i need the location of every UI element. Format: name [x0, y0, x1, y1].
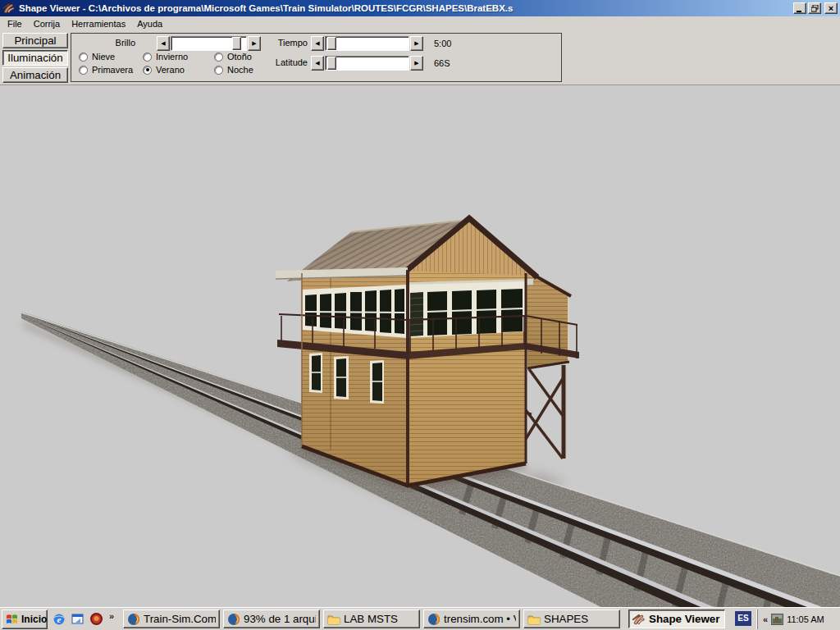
radio-dot[interactable]	[143, 52, 152, 62]
task-shapes-folder[interactable]: SHAPES	[523, 609, 620, 628]
red-ball-icon	[89, 612, 103, 626]
radio-dot[interactable]	[214, 52, 223, 62]
taskbar: Inicio e » Train-Si	[0, 607, 840, 630]
menu-herramientas[interactable]: Herramientas	[66, 18, 131, 30]
windows-logo-icon	[6, 613, 19, 626]
radio-dot[interactable]	[214, 66, 223, 75]
radio-dot-selected[interactable]	[143, 66, 152, 75]
3d-viewport[interactable]	[0, 85, 840, 607]
illumination-panel: Brillo ◀ ▶ Nieve Invierno Otoño Primaver…	[71, 33, 562, 82]
latitude-slider[interactable]	[325, 56, 409, 71]
time-right-arrow[interactable]: ▶	[410, 36, 423, 51]
latitude-value: 66S	[434, 58, 450, 68]
menu-corrija[interactable]: Corrija	[28, 18, 66, 30]
minimize-button[interactable]	[793, 2, 806, 14]
latitude-label: Latitude	[258, 57, 308, 67]
firefox-icon	[427, 613, 441, 626]
radio-verano[interactable]: Verano	[143, 65, 185, 75]
internet-explorer-icon: e	[52, 613, 66, 626]
menu-file[interactable]: File	[2, 18, 28, 30]
tray-app-icon[interactable]	[771, 614, 783, 625]
task-lab-msts[interactable]: LAB MSTS	[323, 609, 420, 628]
time-slider[interactable]	[325, 36, 409, 51]
latitude-left-arrow[interactable]: ◀	[311, 56, 324, 71]
tab-iluminacion[interactable]: Iluminación	[2, 50, 68, 66]
start-button[interactable]: Inicio	[2, 609, 48, 629]
latitude-thumb[interactable]	[327, 57, 336, 70]
tray-collapse-chevron[interactable]: «	[763, 614, 768, 624]
folder-icon	[327, 613, 340, 626]
upper-windows-left	[302, 285, 408, 338]
brightness-left-arrow[interactable]: ◀	[157, 36, 170, 51]
task-shape-viewer[interactable]: Shape Viewer -...	[628, 609, 725, 628]
radio-noche[interactable]: Noche	[214, 65, 253, 75]
brightness-label: Brillo	[86, 38, 135, 48]
upper-windows-front	[408, 281, 526, 338]
quick-launch-window[interactable]	[70, 611, 85, 627]
system-tray: « 11:05 AM	[757, 609, 838, 629]
brightness-slider[interactable]	[171, 36, 247, 51]
latitude-right-arrow[interactable]: ▶	[410, 56, 423, 71]
radio-invierno[interactable]: Invierno	[143, 52, 188, 62]
tab-animacion[interactable]: Animación	[2, 67, 68, 83]
radio-nieve[interactable]: Nieve	[79, 52, 115, 62]
task-download[interactable]: 93% de 1 arquiv...	[223, 609, 320, 628]
brightness-thumb[interactable]	[232, 37, 241, 50]
scene	[0, 85, 840, 607]
shape-viewer-window: Shape Viewer - C:\Archivos de programa\M…	[0, 0, 840, 630]
language-indicator[interactable]: ES	[735, 611, 751, 626]
tab-principal[interactable]: Principal	[2, 33, 68, 48]
close-button[interactable]: ×	[824, 2, 838, 14]
time-label: Tiempo	[258, 38, 308, 48]
quick-launch-red-ball[interactable]	[89, 611, 104, 627]
task-trensim[interactable]: trensim.com • Ve...	[423, 609, 520, 628]
menu-bar: File Corrija Herramientas Ayuda	[0, 16, 840, 31]
quick-launch-overflow-chevron[interactable]: »	[109, 611, 114, 621]
radio-otono[interactable]: Otoño	[214, 52, 252, 62]
folder-icon	[527, 613, 541, 626]
task-train-sim[interactable]: Train-Sim.Com Fi...	[123, 609, 220, 628]
radio-dot[interactable]	[79, 52, 88, 62]
window-app-icon	[71, 613, 84, 626]
menu-ayuda[interactable]: Ayuda	[131, 18, 168, 30]
firefox-icon	[227, 613, 240, 626]
window-title: Shape Viewer - C:\Archivos de programa\M…	[19, 3, 792, 13]
time-thumb[interactable]	[327, 37, 336, 50]
radio-primavera[interactable]: Primavera	[79, 65, 133, 75]
time-left-arrow[interactable]: ◀	[311, 36, 324, 51]
app-icon	[2, 2, 16, 15]
time-value: 5:00	[434, 39, 451, 48]
shape-viewer-icon	[632, 613, 646, 626]
radio-dot[interactable]	[79, 66, 88, 75]
title-bar: Shape Viewer - C:\Archivos de programa\M…	[0, 0, 840, 16]
toolbar: Principal Iluminación Animación Brillo ◀…	[0, 31, 840, 85]
restore-button[interactable]	[808, 2, 821, 14]
quick-launch-ie[interactable]: e	[51, 611, 66, 627]
firefox-icon	[127, 613, 140, 626]
clock: 11:05 AM	[787, 614, 824, 624]
